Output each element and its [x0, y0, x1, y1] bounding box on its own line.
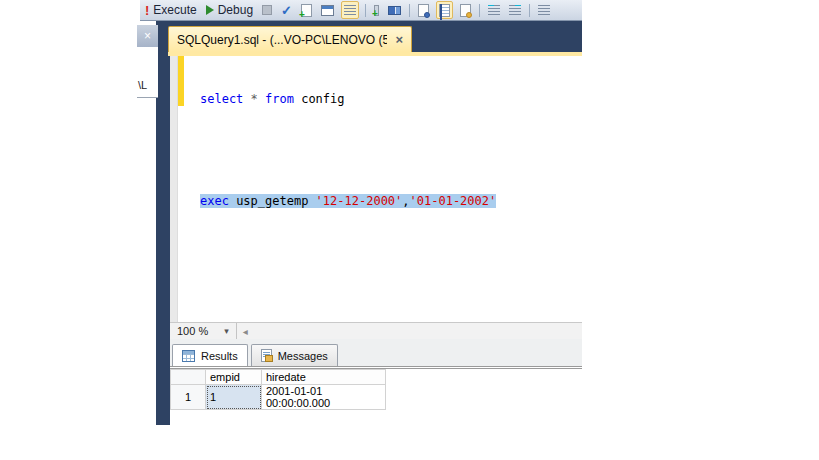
- string-literal: '12-12-2000': [316, 194, 403, 208]
- tab-results[interactable]: Results: [172, 344, 248, 366]
- object-explorer-sliver: × \L: [137, 25, 158, 98]
- sql-editor-toolbar: ! Execute Debug ✓ + +: [140, 0, 582, 21]
- show-results-pane-icon: [344, 5, 356, 15]
- code-line-1[interactable]: select * from config: [200, 91, 496, 108]
- empid-cell[interactable]: 1: [206, 385, 262, 410]
- tab-close-icon[interactable]: ×: [395, 33, 403, 46]
- scroll-left-arrow-icon[interactable]: ◂: [237, 326, 254, 337]
- results-to-grid-icon: [439, 4, 450, 17]
- client-statistics-icon: +: [374, 5, 379, 16]
- toolbar-separator: [529, 4, 530, 17]
- query-options-button[interactable]: [319, 1, 336, 19]
- identifier: config: [294, 92, 345, 106]
- editor-zoom-bar: 100 % ▾ ◂: [170, 322, 582, 339]
- results-tab-label: Results: [201, 350, 238, 362]
- toolbar-separator: [365, 4, 366, 17]
- increase-indent-icon: [538, 5, 550, 15]
- panel-header: ×: [137, 25, 158, 47]
- document-tab[interactable]: SQLQuery1.sql - (...VO-PC\LENOVO (51))* …: [168, 26, 412, 52]
- results-to-file-button[interactable]: [458, 1, 473, 19]
- stop-button[interactable]: [260, 1, 274, 19]
- results-to-grid-button[interactable]: [436, 1, 453, 19]
- operator: *: [251, 92, 265, 106]
- debug-play-icon: [206, 5, 214, 15]
- keyword: from: [265, 92, 294, 106]
- uncomment-lines-button[interactable]: [507, 1, 523, 19]
- results-grid: empid hiredate 1 1 2001-01-01 00:00:00.0…: [170, 369, 386, 410]
- zoom-dropdown-arrow-icon: ▾: [224, 326, 229, 336]
- results-grid-area: empid hiredate 1 1 2001-01-01 00:00:00.0…: [170, 366, 582, 425]
- uncomment-lines-icon: [509, 5, 521, 15]
- zoom-level: 100 %: [177, 325, 208, 337]
- panel-close-icon[interactable]: ×: [144, 30, 151, 42]
- code-line-3[interactable]: exec usp_getemp '12-12-2000','01-01-2002…: [200, 193, 496, 210]
- keyword: select: [200, 92, 251, 106]
- tab-messages[interactable]: Messages: [251, 344, 338, 366]
- hiredate-cell[interactable]: 2001-01-01 00:00:00.000: [262, 385, 386, 410]
- string-literal: '01-01-2002': [410, 194, 497, 208]
- sql-code[interactable]: select * from config exec usp_getemp '12…: [200, 57, 496, 244]
- grid-header-rownum[interactable]: [171, 370, 206, 385]
- comment-lines-icon: [488, 5, 500, 15]
- zoom-dropdown[interactable]: 100 % ▾: [170, 323, 237, 339]
- grid-header-empid[interactable]: empid: [206, 370, 262, 385]
- show-results-pane-button[interactable]: [341, 1, 359, 19]
- results-tab-strip: Results Messages: [170, 339, 582, 366]
- editor-indicator-margin: [170, 56, 178, 322]
- comment-lines-button[interactable]: [486, 1, 502, 19]
- execute-icon: !: [145, 3, 149, 18]
- query-editor[interactable]: select * from config exec usp_getemp '12…: [170, 56, 582, 322]
- parse-check-icon: ✓: [281, 3, 292, 18]
- messages-icon: [261, 349, 272, 362]
- parse-button[interactable]: ✓: [279, 1, 294, 19]
- results-to-text-button[interactable]: [416, 1, 431, 19]
- change-tracking-bar: [178, 56, 184, 106]
- ssms-window: ! Execute Debug ✓ + +: [0, 0, 819, 460]
- sqlcmd-mode-icon: [388, 6, 401, 15]
- execute-button[interactable]: ! Execute: [143, 1, 199, 19]
- panel-truncated-text: \L: [138, 79, 147, 91]
- sqlcmd-mode-button[interactable]: [386, 1, 403, 19]
- results-pane: Results Messages empid hiredate 1 1 2001…: [170, 339, 582, 425]
- document-tab-title: SQLQuery1.sql - (...VO-PC\LENOVO (51))*: [177, 33, 387, 47]
- results-to-file-icon: [460, 4, 471, 17]
- grid-data-row: 1 1 2001-01-01 00:00:00.000: [171, 385, 386, 410]
- grid-header-hiredate[interactable]: hiredate: [262, 370, 386, 385]
- execute-label: Execute: [153, 3, 196, 17]
- debug-label: Debug: [218, 3, 253, 17]
- client-statistics-button[interactable]: +: [372, 1, 381, 19]
- code-line-2[interactable]: [200, 142, 496, 159]
- results-grid-icon: [182, 350, 195, 362]
- template-parameters-icon: +: [301, 4, 312, 17]
- messages-tab-label: Messages: [278, 350, 328, 362]
- comma: ,: [402, 194, 409, 208]
- results-to-text-icon: [418, 4, 429, 17]
- grid-header-row: empid hiredate: [171, 370, 386, 385]
- increase-indent-button[interactable]: [536, 1, 552, 19]
- template-parameters-button[interactable]: +: [299, 1, 314, 19]
- debug-button[interactable]: Debug: [204, 1, 255, 19]
- selected-text: exec usp_getemp '12-12-2000','01-01-2002…: [200, 194, 496, 208]
- row-number-cell[interactable]: 1: [171, 385, 206, 410]
- keyword: exec: [200, 194, 229, 208]
- identifier: usp_getemp: [229, 194, 316, 208]
- toolbar-separator: [479, 4, 480, 17]
- stop-icon: [262, 5, 272, 15]
- toolbar-separator: [409, 4, 410, 17]
- query-options-icon: [321, 5, 334, 16]
